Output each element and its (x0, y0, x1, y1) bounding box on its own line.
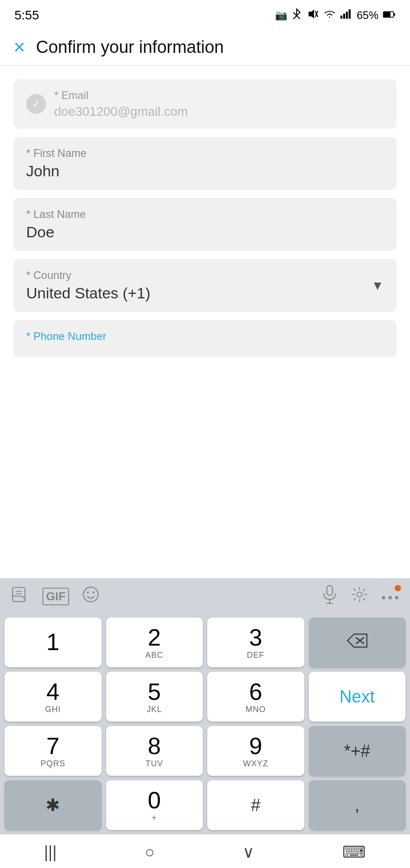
key-3-num: 3 (249, 625, 262, 651)
nav-home-button[interactable]: ○ (145, 843, 155, 862)
nav-recents-button[interactable]: ∨ (242, 843, 254, 862)
first-name-field[interactable]: * First Name John (14, 137, 396, 190)
key-8-num: 8 (148, 733, 161, 759)
mute-icon (306, 9, 319, 22)
phone-number-field[interactable]: * Phone Number (14, 320, 396, 357)
svg-rect-9 (384, 12, 391, 17)
key-5-num: 5 (148, 679, 161, 705)
first-name-value: John (26, 162, 384, 180)
key-7-alpha: PQRS (41, 759, 65, 769)
key-special[interactable]: *+# (309, 726, 406, 776)
backspace-icon (346, 632, 368, 652)
key-backspace[interactable] (309, 618, 406, 667)
nav-back-button[interactable]: ||| (44, 843, 57, 862)
key-6-alpha: MNO (246, 705, 266, 714)
key-6[interactable]: 6 MNO (207, 672, 304, 722)
wifi-icon (323, 9, 336, 22)
status-bar: 5:55 📷 (0, 0, 410, 27)
svg-rect-6 (349, 9, 350, 19)
email-field[interactable]: * Email doe301200@gmail.com (14, 79, 396, 129)
hash-label: # (251, 796, 261, 815)
camera-icon: 📷 (275, 9, 287, 21)
svg-point-21 (382, 596, 385, 599)
key-5-alpha: JKL (147, 705, 162, 714)
country-value: United States (+1) (26, 284, 150, 302)
key-0-num: 0 (148, 788, 161, 813)
phone-label: * Phone Number (26, 330, 384, 343)
more-icon[interactable] (381, 587, 399, 606)
key-next[interactable]: Next (309, 672, 406, 722)
key-7-num: 7 (47, 733, 60, 759)
svg-point-20 (357, 592, 362, 597)
key-9-num: 9 (249, 733, 262, 759)
svg-rect-10 (13, 587, 25, 601)
gif-icon[interactable]: GIF (42, 588, 69, 605)
battery-icon (383, 9, 396, 21)
last-name-label: * Last Name (26, 208, 384, 221)
key-0[interactable]: 0 + (106, 780, 203, 830)
key-3-alpha: DEF (247, 651, 265, 660)
key-1[interactable]: 1 (5, 618, 102, 667)
close-button[interactable]: × (14, 37, 25, 57)
key-8[interactable]: 8 TUV (106, 726, 203, 776)
keyboard-grid: 1 2 ABC 3 DEF 4 GHI 5 JKL (0, 613, 410, 835)
key-8-alpha: TUV (145, 759, 163, 769)
header: × Confirm your information (0, 27, 410, 66)
next-label: Next (340, 687, 375, 707)
keyboard-toolbar: GIF (0, 578, 410, 613)
key-4[interactable]: 4 GHI (5, 672, 102, 722)
nav-keyboard-button[interactable]: ⌨ (342, 843, 366, 862)
svg-rect-3 (340, 15, 342, 19)
svg-point-23 (395, 596, 398, 599)
svg-point-15 (87, 591, 89, 594)
sticker-icon[interactable] (11, 586, 30, 607)
svg-point-22 (388, 596, 391, 599)
svg-rect-5 (346, 12, 348, 19)
country-label: * Country (26, 269, 150, 282)
battery-text: 65% (357, 9, 378, 22)
svg-point-16 (93, 591, 95, 594)
mic-icon[interactable] (321, 585, 338, 609)
email-value: doe301200@gmail.com (54, 104, 384, 119)
key-2-alpha: ABC (145, 651, 163, 660)
form-area: * Email doe301200@gmail.com * First Name… (0, 66, 410, 357)
last-name-value: Doe (26, 223, 384, 241)
keyboard-overlay: GIF (0, 578, 410, 868)
email-field-inner: * Email doe301200@gmail.com (54, 89, 384, 119)
key-9[interactable]: 9 WXYZ (207, 726, 304, 776)
key-2-num: 2 (148, 625, 161, 651)
key-9-alpha: WXYZ (243, 759, 268, 769)
bluetooth-icon (292, 8, 302, 23)
last-name-field[interactable]: * Last Name Doe (14, 198, 396, 251)
key-1-num: 1 (47, 629, 60, 655)
key-comma[interactable]: , (309, 780, 406, 830)
key-2[interactable]: 2 ABC (106, 618, 203, 667)
key-5[interactable]: 5 JKL (106, 672, 203, 722)
key-6-num: 6 (249, 679, 262, 705)
key-4-alpha: GHI (45, 705, 61, 714)
svg-rect-8 (394, 13, 396, 15)
key-hash[interactable]: # (207, 780, 304, 830)
nav-bar: ||| ○ ∨ ⌨ (0, 835, 410, 868)
key-star[interactable]: ✱ (5, 780, 102, 830)
page-title: Confirm your information (36, 38, 224, 57)
country-field[interactable]: * Country United States (+1) ▼ (14, 259, 396, 312)
settings-icon[interactable] (350, 585, 368, 608)
comma-label: , (354, 796, 359, 815)
star-label: ✱ (46, 795, 60, 815)
signal-icon (340, 9, 352, 22)
notification-dot (395, 585, 401, 591)
first-name-label: * First Name (26, 147, 384, 160)
key-4-num: 4 (47, 679, 60, 705)
key-3[interactable]: 3 DEF (207, 618, 304, 667)
dropdown-arrow-icon: ▼ (371, 278, 384, 293)
key-7[interactable]: 7 PQRS (5, 726, 102, 776)
emoji-icon[interactable] (82, 585, 100, 608)
svg-rect-17 (327, 585, 333, 595)
svg-point-14 (84, 587, 98, 602)
country-inner: * Country United States (+1) (26, 269, 150, 302)
svg-rect-4 (343, 14, 345, 19)
key-0-alpha: + (152, 813, 157, 823)
status-icons: 📷 (275, 8, 396, 23)
email-check-icon (26, 94, 46, 114)
